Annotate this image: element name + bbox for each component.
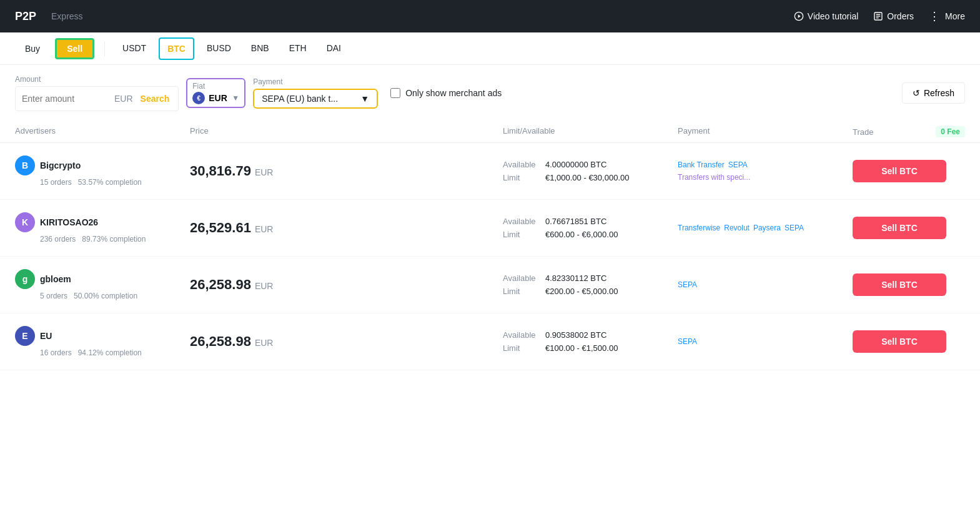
- header-trade-cell: Trade 0 Fee: [853, 126, 965, 137]
- buy-tab[interactable]: Buy: [15, 40, 50, 57]
- avatar: g: [15, 269, 35, 289]
- header-limit: Limit/Available: [503, 126, 678, 137]
- advertiser-col: B Bigcrypto 15 orders 53.57% completion: [15, 155, 190, 187]
- advertiser-name[interactable]: EU: [40, 331, 52, 341]
- payment-label: Payment: [253, 77, 378, 86]
- amount-label: Amount: [15, 75, 179, 84]
- price-currency: EUR: [255, 281, 274, 291]
- fiat-filter-group: Fiat € EUR USD GBP ▼: [186, 78, 245, 108]
- payment-tag[interactable]: Bank Transfer: [678, 160, 725, 169]
- price-value: 26,529.61: [190, 220, 251, 236]
- sell-btc-button[interactable]: Sell BTC: [853, 160, 946, 182]
- table-row: B Bigcrypto 15 orders 53.57% completion …: [0, 143, 980, 200]
- payment-col: SEPA: [678, 280, 853, 289]
- price-value: 26,258.98: [190, 277, 251, 293]
- svg-marker-1: [798, 14, 800, 17]
- tab-busd[interactable]: BUSD: [199, 38, 239, 59]
- available-value: 4.00000000 BTC: [545, 160, 606, 169]
- limit-col: Available 0.90538002 BTC Limit €100.00 -…: [503, 330, 678, 353]
- advertiser-stats: 16 orders 94.12% completion: [40, 348, 190, 357]
- limit-value: €200.00 - €5,000.00: [545, 287, 618, 296]
- sell-tab[interactable]: Sell: [55, 38, 94, 59]
- refresh-button[interactable]: ↺ Refresh: [902, 82, 965, 104]
- table-row: K KIRITOSAO26 236 orders 89.73% completi…: [0, 200, 980, 257]
- avatar: K: [15, 212, 35, 232]
- merchant-checkbox[interactable]: [390, 88, 400, 98]
- tabs-row: Buy Sell USDT BTC BUSD BNB ETH DAI: [0, 32, 980, 65]
- amount-filter-group: Amount EUR Search: [15, 75, 179, 111]
- sell-btc-button[interactable]: Sell BTC: [853, 273, 946, 296]
- price-col: 26,258.98 EUR: [190, 333, 503, 350]
- merchant-label: Only show merchant ads: [405, 88, 502, 98]
- orders-icon: [873, 11, 883, 21]
- table-row: g gbloem 5 orders 50.00% completion 26,2…: [0, 257, 980, 313]
- fiat-chevron-icon: ▼: [232, 94, 239, 102]
- orders-btn[interactable]: Orders: [873, 11, 914, 21]
- payment-col: SEPA: [678, 337, 853, 346]
- limit-row: Limit €100.00 - €1,500.00: [503, 343, 678, 353]
- available-value: 4.82330112 BTC: [545, 273, 606, 283]
- trade-col: Sell BTC: [853, 273, 965, 296]
- tab-bnb[interactable]: BNB: [244, 38, 277, 59]
- filters-row: Amount EUR Search Fiat € EUR USD GBP ▼ P…: [0, 65, 980, 121]
- payment-tag[interactable]: Paysera: [753, 224, 781, 232]
- limit-label: Limit: [503, 343, 540, 353]
- limit-label: Limit: [503, 287, 540, 296]
- advertiser-name-row: B Bigcrypto: [15, 155, 190, 175]
- payment-tag[interactable]: SEPA: [678, 337, 697, 346]
- payment-tag[interactable]: Revolut: [724, 224, 750, 232]
- tab-btc[interactable]: BTC: [159, 37, 194, 60]
- advertiser-col: E EU 16 orders 94.12% completion: [15, 326, 190, 357]
- sell-btc-button[interactable]: Sell BTC: [853, 217, 946, 239]
- payment-col: TransferwiseRevolutPayseraSEPA: [678, 224, 853, 232]
- available-label: Available: [503, 330, 540, 340]
- payment-tag[interactable]: SEPA: [784, 224, 804, 232]
- tab-usdt[interactable]: USDT: [115, 38, 154, 59]
- express-link[interactable]: Express: [51, 11, 83, 21]
- table-body: B Bigcrypto 15 orders 53.57% completion …: [0, 143, 980, 370]
- available-value: 0.76671851 BTC: [545, 217, 606, 226]
- price-col: 26,529.61 EUR: [190, 220, 503, 236]
- header-advertisers: Advertisers: [15, 126, 190, 137]
- tab-divider: [104, 41, 105, 56]
- advertiser-name[interactable]: KIRITOSAO26: [40, 217, 98, 227]
- tab-dai[interactable]: DAI: [319, 38, 349, 59]
- logo[interactable]: P2P: [15, 10, 36, 23]
- payment-tags: SEPA: [678, 280, 853, 289]
- sell-btc-button[interactable]: Sell BTC: [853, 330, 946, 353]
- payment-tag[interactable]: SEPA: [728, 160, 748, 169]
- video-tutorial-btn[interactable]: Video tutorial: [794, 11, 858, 21]
- search-button[interactable]: Search: [138, 94, 172, 104]
- advertiser-name[interactable]: Bigcrypto: [40, 160, 81, 170]
- more-btn[interactable]: ⋮ More: [929, 9, 965, 23]
- fiat-currency-icon: €: [192, 92, 205, 104]
- advertiser-col: K KIRITOSAO26 236 orders 89.73% completi…: [15, 212, 190, 244]
- fiat-select[interactable]: EUR USD GBP: [209, 93, 228, 103]
- payment-col: Bank TransferSEPA Transfers with speci..…: [678, 160, 853, 182]
- tab-eth[interactable]: ETH: [282, 38, 314, 59]
- available-label: Available: [503, 273, 540, 283]
- fee-badge: 0 Fee: [936, 126, 965, 137]
- header-trade: Trade: [853, 127, 873, 137]
- limit-col: Available 4.00000000 BTC Limit €1,000.00…: [503, 160, 678, 182]
- payment-select-text: SEPA (EU) bank t...: [262, 94, 355, 104]
- payment-tags: SEPA: [678, 337, 853, 346]
- advertiser-stats: 15 orders 53.57% completion: [40, 178, 190, 187]
- advertiser-name[interactable]: gbloem: [40, 274, 71, 284]
- header-price: Price: [190, 126, 503, 137]
- payment-more[interactable]: Transfers with speci...: [678, 173, 853, 182]
- refresh-icon: ↺: [913, 88, 920, 98]
- price-col: 26,258.98 EUR: [190, 277, 503, 293]
- payment-tag[interactable]: SEPA: [678, 280, 697, 289]
- table-header: Advertisers Price Limit/Available Paymen…: [0, 121, 980, 143]
- payment-tag[interactable]: Transferwise: [678, 224, 720, 232]
- price-col: 30,816.79 EUR: [190, 163, 503, 179]
- advertiser-name-row: g gbloem: [15, 269, 190, 289]
- payment-select-wrap[interactable]: SEPA (EU) bank t... ▼: [253, 89, 378, 109]
- advertiser-stats: 5 orders 50.00% completion: [40, 292, 190, 300]
- fiat-label: Fiat: [192, 82, 239, 91]
- advertiser-name-row: K KIRITOSAO26: [15, 212, 190, 232]
- amount-input[interactable]: [22, 94, 109, 104]
- available-value: 0.90538002 BTC: [545, 330, 606, 340]
- header-payment: Payment: [678, 126, 853, 137]
